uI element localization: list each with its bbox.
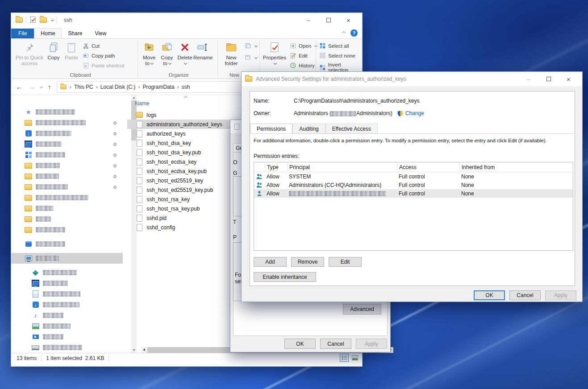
add-button[interactable]: Add <box>254 257 287 267</box>
remove-button[interactable]: Remove <box>291 257 324 267</box>
paste-shortcut-button[interactable]: Paste shortcut <box>83 62 125 69</box>
tab-auditing[interactable]: Auditing <box>292 124 325 134</box>
sidebar-item-icon <box>32 301 39 308</box>
easy-access-button[interactable] <box>244 42 257 49</box>
sidebar-item[interactable] <box>11 278 123 289</box>
thumbnail-view-button[interactable] <box>350 354 359 362</box>
sidebar-item-label-redacted <box>43 313 63 318</box>
select-none-button[interactable]: Select none <box>319 52 355 59</box>
tab-file[interactable]: File <box>11 29 34 38</box>
history-button[interactable]: History <box>290 62 315 69</box>
maximize-button[interactable] <box>318 13 338 27</box>
sidebar-item[interactable] <box>11 182 123 192</box>
sidebar-item[interactable] <box>11 239 123 249</box>
edit-button[interactable]: Edit <box>329 257 362 267</box>
sidebar-item[interactable] <box>11 160 123 171</box>
new-folder-qat-icon[interactable] <box>40 17 47 23</box>
owner-row: Owner: Administrators (Administrators) C… <box>254 110 424 117</box>
sidebar-item[interactable] <box>11 289 123 299</box>
props-apply-button[interactable]: Apply <box>356 339 387 349</box>
sidebar-item[interactable] <box>11 321 123 331</box>
sidebar-item[interactable] <box>11 107 123 117</box>
sidebar-item[interactable] <box>11 331 123 342</box>
file-icon <box>136 121 143 128</box>
paste-button[interactable]: Paste <box>63 41 80 61</box>
sidebar-item[interactable] <box>11 310 123 321</box>
tab-share[interactable]: Share <box>62 29 88 38</box>
up-icon[interactable]: ↑ <box>44 83 55 91</box>
sidebar-item[interactable] <box>11 139 123 149</box>
dialog-minimize-button[interactable]: – <box>518 72 538 86</box>
breadcrumb-item[interactable]: Local Disk (C:)› <box>100 84 140 90</box>
help-icon[interactable]: ? <box>350 29 358 37</box>
sidebar-item[interactable] <box>11 203 123 214</box>
sidebar-item[interactable] <box>11 117 123 128</box>
enable-inheritance-button[interactable]: Enable inheritance <box>254 272 316 282</box>
cancel-button[interactable]: Cancel <box>509 290 541 300</box>
sidebar-item[interactable] <box>11 299 123 310</box>
file-row[interactable]: logs <box>127 110 258 120</box>
pin-icon <box>113 163 117 168</box>
sidebar-item[interactable] <box>11 214 123 224</box>
tab-home[interactable]: Home <box>34 28 62 38</box>
dialog-close-button[interactable]: × <box>559 72 579 86</box>
sidebar-item[interactable] <box>11 171 123 182</box>
group-icon <box>256 173 263 180</box>
sidebar-item[interactable] <box>11 192 123 203</box>
new-folder-button[interactable]: Newfolder <box>221 41 242 66</box>
collapse-ribbon-icon[interactable] <box>342 31 346 35</box>
tab-effective-access[interactable]: Effective Access <box>325 124 378 134</box>
sidebar-item-label-redacted <box>36 163 60 168</box>
props-cancel-button[interactable]: Cancel <box>320 339 351 349</box>
properties-button[interactable]: Properties <box>262 41 287 66</box>
back-icon[interactable]: ← <box>14 83 25 91</box>
table-header[interactable]: Type Principal Access Inherited from <box>254 162 573 172</box>
breadcrumb-item[interactable]: ssh› <box>182 84 190 90</box>
sidebar-item-label-redacted <box>36 216 51 222</box>
forward-icon[interactable]: → <box>26 83 37 91</box>
sidebar-item[interactable] <box>11 342 123 353</box>
sidebar-item[interactable] <box>11 224 123 235</box>
copy-to-button[interactable]: Copyto <box>158 41 175 66</box>
properties-qat-icon[interactable] <box>29 16 37 25</box>
pin-to-quick-access-button[interactable]: Pin to Quick access <box>15 41 44 66</box>
copy-button[interactable]: Copy <box>45 41 62 61</box>
permission-entry-row[interactable]: Allow SYSTEM Full control None <box>254 172 573 181</box>
file-name: authorized_keys <box>146 131 185 137</box>
copy-path-button[interactable]: Copy path <box>83 52 115 59</box>
ok-button[interactable]: OK <box>474 290 505 300</box>
sidebar-item-icon <box>25 162 32 169</box>
tab-permissions[interactable]: Permissions <box>250 124 292 134</box>
props-ok-button[interactable]: OK <box>284 339 316 349</box>
sidebar-item[interactable] <box>11 128 123 139</box>
cut-button[interactable]: Cut <box>83 42 100 49</box>
new-item-button[interactable] <box>244 54 257 61</box>
breadcrumb-item[interactable]: ProgramData› <box>142 84 179 90</box>
sidebar-item[interactable] <box>11 267 123 278</box>
delete-button[interactable]: Delete <box>177 41 192 66</box>
apply-button[interactable]: Apply <box>545 290 576 300</box>
tab-view[interactable]: View <box>88 29 113 38</box>
dialog-maximize-button[interactable] <box>538 72 559 86</box>
rename-button[interactable]: Rename <box>193 41 212 61</box>
permission-entry-row[interactable]: Allow Administrators (CC-HQ\Administrato… <box>254 181 573 189</box>
select-all-button[interactable]: Select all <box>319 42 349 49</box>
edit-button[interactable]: Edit <box>290 52 308 59</box>
details-view-button[interactable] <box>340 354 349 362</box>
sidebar-item[interactable] <box>11 149 123 160</box>
recent-locations-icon[interactable] <box>40 85 43 88</box>
change-owner-link[interactable]: Change <box>405 110 424 117</box>
breadcrumb-item[interactable]: This PC› <box>74 84 98 90</box>
sidebar-item[interactable] <box>11 253 123 264</box>
sidebar-item-icon <box>25 183 32 190</box>
move-to-button[interactable]: Moveto <box>141 41 158 66</box>
advanced-button[interactable]: Advanced <box>343 304 381 315</box>
sidebar-item-label-redacted <box>36 195 88 200</box>
close-button[interactable]: × <box>338 13 359 27</box>
file-name: logs <box>146 112 156 118</box>
permission-entry-row[interactable]: Allow Full control None <box>254 189 573 198</box>
open-button[interactable]: Open <box>290 42 317 49</box>
qat-customize-icon[interactable] <box>51 18 54 21</box>
paste-icon <box>66 41 77 53</box>
minimize-button[interactable]: – <box>298 13 318 27</box>
